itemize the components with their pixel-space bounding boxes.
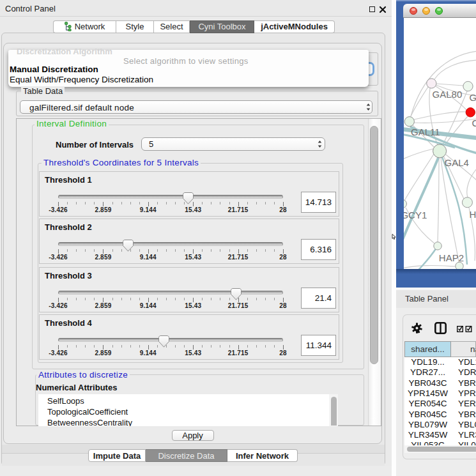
svg-text:GCY1: GCY1 <box>404 210 427 220</box>
svg-text:H: H <box>470 209 476 220</box>
svg-text:GAL80: GAL80 <box>433 89 463 100</box>
svg-text:GA: GA <box>469 92 476 103</box>
svg-text:GAL4: GAL4 <box>445 157 469 168</box>
svg-text:GAL11: GAL11 <box>411 127 440 137</box>
svg-text:HAP2: HAP2 <box>439 252 464 263</box>
svg-text:C: C <box>472 118 476 128</box>
